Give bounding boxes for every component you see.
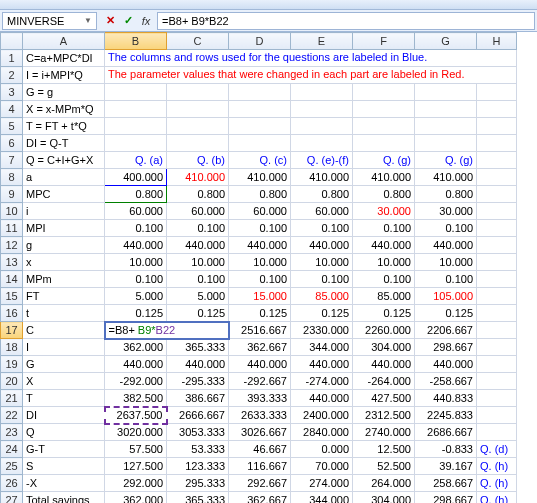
cell[interactable]: DI = Q-T bbox=[23, 135, 105, 152]
cell[interactable] bbox=[477, 424, 517, 441]
cell[interactable]: 298.667 bbox=[415, 492, 477, 504]
col-header-H[interactable]: H bbox=[477, 33, 517, 50]
cell[interactable]: 15.000 bbox=[229, 288, 291, 305]
cell[interactable] bbox=[167, 101, 229, 118]
cell[interactable]: 440.000 bbox=[415, 356, 477, 373]
row-header[interactable]: 11 bbox=[1, 220, 23, 237]
cell[interactable] bbox=[229, 101, 291, 118]
cell[interactable] bbox=[291, 101, 353, 118]
row-header[interactable]: 22 bbox=[1, 407, 23, 424]
accept-formula-icon[interactable]: ✓ bbox=[121, 14, 135, 28]
col-header-E[interactable]: E bbox=[291, 33, 353, 50]
cell[interactable]: 2637.500 bbox=[105, 407, 167, 424]
active-cell-edit[interactable]: =B8+ B9*B22 bbox=[105, 322, 229, 339]
cell[interactable] bbox=[477, 339, 517, 356]
cell[interactable] bbox=[477, 84, 517, 101]
row-header[interactable]: 3 bbox=[1, 84, 23, 101]
cell[interactable]: Q. (e)-(f) bbox=[291, 152, 353, 169]
cell[interactable]: 365.333 bbox=[167, 492, 229, 504]
cell[interactable]: Total savings bbox=[23, 492, 105, 504]
cell[interactable]: 3020.000 bbox=[105, 424, 167, 441]
cell[interactable] bbox=[353, 84, 415, 101]
cell[interactable] bbox=[167, 118, 229, 135]
cell[interactable]: 10.000 bbox=[353, 254, 415, 271]
row-header[interactable]: 20 bbox=[1, 373, 23, 390]
col-header-D[interactable]: D bbox=[229, 33, 291, 50]
cell[interactable]: 2516.667 bbox=[229, 322, 291, 339]
cell[interactable] bbox=[477, 407, 517, 424]
cell[interactable]: 440.000 bbox=[229, 356, 291, 373]
row-header[interactable]: 15 bbox=[1, 288, 23, 305]
cell[interactable]: C bbox=[23, 322, 105, 339]
cell[interactable] bbox=[291, 118, 353, 135]
cell[interactable]: Q. (g) bbox=[353, 152, 415, 169]
cell[interactable] bbox=[415, 118, 477, 135]
cell[interactable]: 70.000 bbox=[291, 458, 353, 475]
row-header[interactable]: 10 bbox=[1, 203, 23, 220]
row-header[interactable]: 12 bbox=[1, 237, 23, 254]
cell[interactable]: -292.667 bbox=[229, 373, 291, 390]
cell[interactable]: T = FT + t*Q bbox=[23, 118, 105, 135]
cell[interactable]: 264.000 bbox=[353, 475, 415, 492]
col-header-B[interactable]: B bbox=[105, 33, 167, 50]
cell[interactable]: 2840.000 bbox=[291, 424, 353, 441]
cell[interactable] bbox=[353, 101, 415, 118]
cell[interactable] bbox=[105, 84, 167, 101]
cell[interactable]: G = g bbox=[23, 84, 105, 101]
cell[interactable]: T bbox=[23, 390, 105, 407]
cell[interactable]: Q. (g) bbox=[415, 152, 477, 169]
cell[interactable]: Q. (d) bbox=[477, 441, 517, 458]
cell[interactable] bbox=[477, 135, 517, 152]
cell[interactable]: 0.800 bbox=[229, 186, 291, 203]
name-box-dropdown-icon[interactable]: ▼ bbox=[84, 16, 92, 25]
row-header[interactable]: 5 bbox=[1, 118, 23, 135]
row-header[interactable]: 2 bbox=[1, 67, 23, 84]
row-header[interactable]: 24 bbox=[1, 441, 23, 458]
cell[interactable] bbox=[477, 220, 517, 237]
cell[interactable]: MPC bbox=[23, 186, 105, 203]
cell[interactable]: -0.833 bbox=[415, 441, 477, 458]
cell[interactable] bbox=[415, 135, 477, 152]
cell[interactable]: 440.000 bbox=[415, 237, 477, 254]
cell[interactable]: 127.500 bbox=[105, 458, 167, 475]
cell[interactable]: 393.333 bbox=[229, 390, 291, 407]
row-header[interactable]: 4 bbox=[1, 101, 23, 118]
row-header[interactable]: 8 bbox=[1, 169, 23, 186]
cell[interactable]: i bbox=[23, 203, 105, 220]
cell[interactable]: 2666.667 bbox=[167, 407, 229, 424]
cell[interactable]: 12.500 bbox=[353, 441, 415, 458]
cell[interactable] bbox=[477, 271, 517, 288]
cell[interactable]: 123.333 bbox=[167, 458, 229, 475]
row-header[interactable]: 17 bbox=[1, 322, 23, 339]
cell[interactable]: 410.000 bbox=[353, 169, 415, 186]
cell[interactable]: 0.125 bbox=[353, 305, 415, 322]
row-header[interactable]: 14 bbox=[1, 271, 23, 288]
cell[interactable]: -292.000 bbox=[105, 373, 167, 390]
col-header-F[interactable]: F bbox=[353, 33, 415, 50]
cell[interactable]: 105.000 bbox=[415, 288, 477, 305]
cell[interactable]: 382.500 bbox=[105, 390, 167, 407]
name-box[interactable]: MINVERSE ▼ bbox=[2, 12, 97, 30]
cell[interactable]: 362.000 bbox=[105, 339, 167, 356]
cell[interactable]: 386.667 bbox=[167, 390, 229, 407]
cell[interactable]: 440.833 bbox=[415, 390, 477, 407]
cell[interactable]: 440.000 bbox=[353, 356, 415, 373]
cell[interactable]: 0.800 bbox=[415, 186, 477, 203]
cell[interactable]: 0.100 bbox=[105, 271, 167, 288]
cell[interactable]: 60.000 bbox=[229, 203, 291, 220]
cell[interactable]: C=a+MPC*DI bbox=[23, 50, 105, 67]
col-header-C[interactable]: C bbox=[167, 33, 229, 50]
cell[interactable] bbox=[105, 118, 167, 135]
cell[interactable]: 52.500 bbox=[353, 458, 415, 475]
cell[interactable]: 410.000 bbox=[415, 169, 477, 186]
cell[interactable]: 10.000 bbox=[105, 254, 167, 271]
cell[interactable]: Q. (h) bbox=[477, 475, 517, 492]
cell[interactable]: 0.125 bbox=[105, 305, 167, 322]
cell[interactable] bbox=[477, 186, 517, 203]
row-header[interactable]: 13 bbox=[1, 254, 23, 271]
cell[interactable] bbox=[167, 135, 229, 152]
cell[interactable] bbox=[477, 203, 517, 220]
cell[interactable]: 440.000 bbox=[291, 237, 353, 254]
cell[interactable]: 53.333 bbox=[167, 441, 229, 458]
cell[interactable]: 60.000 bbox=[291, 203, 353, 220]
